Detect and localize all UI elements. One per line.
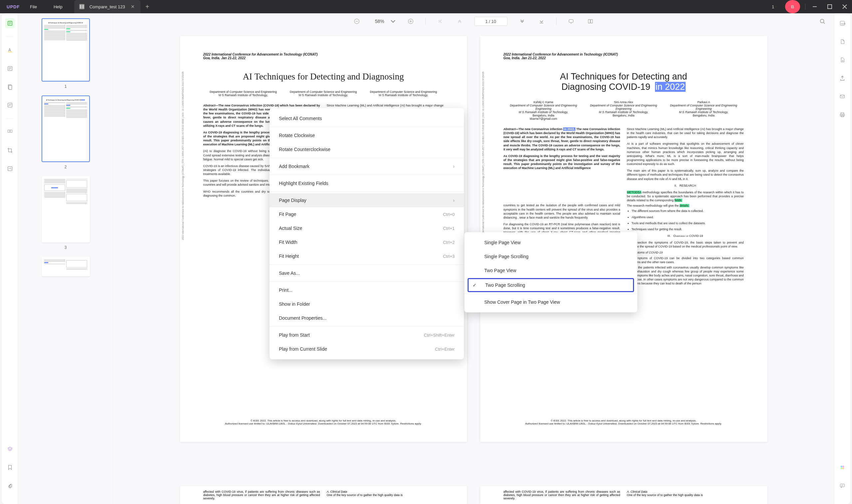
separator	[270, 175, 464, 175]
thumbnail-page-2[interactable]: AI Techniques for Detecting and Diagnosi…	[41, 95, 90, 162]
paper-title: AI Techniques for Detecting and Diagnosi…	[203, 72, 444, 82]
cm-add-bookmark[interactable]: Add Bookmark	[270, 159, 464, 173]
menu-help[interactable]: Help	[45, 4, 71, 9]
thumbnail-page-1[interactable]: AI Techniques for Detecting and Diagnosi…	[41, 18, 90, 82]
thumbnail-label: 3	[65, 245, 67, 250]
separator	[556, 18, 556, 25]
edit-text-icon[interactable]	[5, 64, 15, 73]
window-count[interactable]: 1	[767, 0, 782, 13]
chat-icon[interactable]	[837, 481, 847, 491]
organize-icon[interactable]	[5, 127, 15, 137]
sm-single-page-view[interactable]: Single Page View	[464, 236, 637, 250]
sm-show-cover-page[interactable]: Show Cover Page in Two Page View	[464, 295, 637, 309]
chevron-right-icon	[453, 198, 455, 203]
email-icon[interactable]	[837, 91, 847, 102]
titlebar: UPDF File Help Compare_test 123 ✕ + 1 B	[0, 0, 852, 13]
right-rail: OCR	[834, 13, 850, 504]
ocr-icon[interactable]: OCR	[837, 18, 847, 28]
protect-icon[interactable]	[837, 55, 847, 65]
thumbnail-label: 2	[65, 165, 67, 169]
zoom-dropdown[interactable]: 58%	[371, 18, 396, 24]
cm-page-display[interactable]: Page Display	[270, 193, 464, 207]
svg-point-24	[842, 466, 844, 467]
compare-icon	[79, 4, 85, 9]
presentation-icon[interactable]	[566, 17, 576, 26]
thumbnail-page-3[interactable]	[41, 176, 90, 242]
next-page-icon[interactable]	[517, 17, 527, 26]
svg-text:OCR: OCR	[841, 23, 845, 25]
page-display-submenu: Single Page View Single Page Scrolling T…	[464, 232, 637, 312]
bookmark-icon[interactable]	[5, 463, 15, 472]
close-icon[interactable]: ✕	[130, 4, 136, 9]
reader-mode-icon[interactable]	[5, 18, 15, 28]
cm-actual-size[interactable]: Actual SizeCtrl+1	[270, 221, 464, 235]
separator	[270, 158, 464, 158]
crop-icon[interactable]	[5, 145, 15, 155]
share-icon[interactable]	[837, 73, 847, 83]
sm-two-page-scrolling[interactable]: ✓Two Page Scrolling	[467, 278, 634, 292]
form-tool-icon[interactable]	[5, 100, 15, 110]
sm-two-page-view[interactable]: Two Page View	[464, 264, 637, 277]
page-layout-icon[interactable]	[586, 17, 595, 26]
svg-point-15	[820, 19, 824, 23]
prev-page-icon[interactable]	[455, 17, 464, 26]
separator	[270, 127, 464, 127]
window-controls: 1 B	[767, 0, 852, 13]
separator	[7, 37, 13, 37]
first-page-icon[interactable]	[436, 17, 445, 26]
cm-document-properties[interactable]: Document Properties...	[270, 311, 464, 325]
cm-select-all-comments[interactable]: Select All Comments	[270, 111, 464, 125]
cm-fit-width[interactable]: Fit WidthCtrl+2	[270, 235, 464, 249]
cm-fit-height[interactable]: Fit HeightCtrl+3	[270, 249, 464, 263]
page-peek-right-col1: affected with COVID-19 virus, if patient…	[503, 490, 620, 500]
avatar[interactable]: B	[785, 0, 800, 13]
print-icon[interactable]	[837, 110, 847, 120]
add-tab-button[interactable]: +	[145, 3, 149, 11]
menu-file[interactable]: File	[22, 4, 45, 9]
layers-icon[interactable]	[5, 444, 15, 454]
ai-icon[interactable]	[837, 463, 847, 472]
svg-rect-2	[8, 52, 12, 53]
page-peek-left-col1: affected with COVID-19 virus, if patient…	[203, 490, 320, 500]
vertical-copyright: 2022 International Conference for Advanc…	[482, 72, 484, 240]
close-window-button[interactable]	[837, 0, 852, 13]
minimize-button[interactable]	[807, 0, 822, 13]
maximize-button[interactable]	[822, 0, 837, 13]
thumbnail-page-4[interactable]	[41, 256, 90, 276]
svg-point-25	[840, 467, 842, 469]
sm-single-page-scrolling[interactable]: Single Page Scrolling	[464, 250, 637, 264]
cm-print[interactable]: Print...	[270, 283, 464, 297]
separator	[270, 192, 464, 192]
cm-rotate-counterclockwise[interactable]: Rotate Counterclockwise	[270, 142, 464, 156]
highlight-tool-icon[interactable]	[5, 45, 15, 55]
top-toolbar: 58% 1 / 10	[113, 13, 834, 29]
page-tool-icon[interactable]	[5, 82, 15, 92]
search-icon[interactable]	[818, 17, 827, 26]
zoom-in-icon[interactable]	[406, 17, 415, 26]
cm-rotate-clockwise[interactable]: Rotate Clockwise	[270, 128, 464, 142]
zoom-out-icon[interactable]	[352, 17, 361, 26]
cm-play-from-start[interactable]: Play from StartCtrl+Shift+Enter	[270, 328, 464, 342]
export-file-icon[interactable]	[837, 37, 847, 47]
attachment-icon[interactable]	[5, 481, 15, 491]
cm-fit-page[interactable]: Fit PageCtrl+0	[270, 207, 464, 221]
page-input[interactable]: 1 / 10	[474, 17, 508, 26]
cm-show-in-folder[interactable]: Show in Folder	[270, 297, 464, 311]
separator	[7, 119, 13, 119]
separator	[425, 18, 426, 25]
conference-header: 2022 International Conference for Advanc…	[203, 53, 444, 56]
conference-header: 2022 International Conference for Advanc…	[503, 53, 744, 56]
tab-active[interactable]: Compare_test 123 ✕	[74, 0, 140, 13]
svg-rect-13	[588, 20, 590, 23]
redact-icon[interactable]	[5, 164, 15, 174]
cm-save-as[interactable]: Save As...	[270, 266, 464, 280]
paper-title: AI Techniques for Detecting and Diagnosi…	[503, 72, 744, 92]
svg-rect-21	[840, 114, 844, 116]
cm-play-from-current[interactable]: Play from Current SlideCtrl+Enter	[270, 342, 464, 356]
footnote: © IEEE 2022. This article is free to acc…	[203, 419, 444, 425]
cm-highlight-fields[interactable]: Highlight Existing Fields	[270, 176, 464, 190]
last-page-icon[interactable]	[537, 17, 546, 26]
svg-rect-14	[590, 20, 592, 23]
svg-rect-19	[840, 95, 844, 98]
tab-strip: Compare_test 123 ✕ +	[74, 0, 149, 13]
